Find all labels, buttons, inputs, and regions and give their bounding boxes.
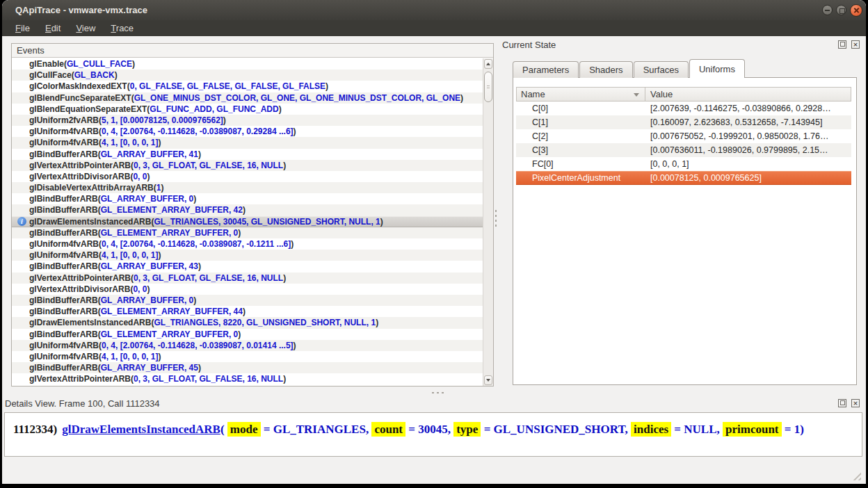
event-arguments: GL_ARRAY_BUFFER, 41: [101, 149, 198, 159]
event-arguments: 0, 3, GL_FLOAT, GL_FALSE, 16, NULL: [134, 161, 283, 170]
tab-shaders[interactable]: Shaders: [579, 61, 632, 78]
resize-grip-icon[interactable]: [851, 470, 861, 480]
event-row[interactable]: glCullFace(GL_BACK): [12, 70, 483, 81]
scroll-up-button[interactable]: [484, 59, 492, 69]
menu-item-trace[interactable]: Trace: [103, 20, 141, 36]
event-row[interactable]: glBindBufferARB(GL_ARRAY_BUFFER, 0): [12, 295, 483, 306]
event-arguments: GL_TRIANGLES, 8220, GL_UNSIGNED_SHORT, N…: [154, 318, 376, 327]
event-function: glBindBufferARB: [29, 149, 98, 159]
uniform-row[interactable]: PixelCenterAdjustment[0.00078125, 0.0009…: [516, 171, 851, 185]
event-row[interactable]: glUniform4fvARB(0, 4, [2.00764, -0.11462…: [12, 238, 483, 250]
close-dock-icon[interactable]: [851, 40, 860, 49]
event-row[interactable]: glVertexAttribPointerARB(0, 3, GL_FLOAT,…: [12, 273, 483, 284]
call-function-link[interactable]: glDrawElementsInstancedARB: [62, 423, 220, 436]
event-row[interactable]: glEnable(GL_CULL_FACE): [12, 58, 483, 70]
event-arguments: GL_ARRAY_BUFFER, 0: [101, 295, 194, 305]
close-paren: ): [243, 307, 246, 316]
event-row[interactable]: glBindBufferARB(GL_ARRAY_BUFFER, 43): [12, 261, 483, 272]
event-row[interactable]: glBindBufferARB(GL_ARRAY_BUFFER, 45): [12, 362, 483, 373]
float-dock-icon[interactable]: [838, 40, 846, 49]
titlebar[interactable]: QApiTrace - vmware-vmx.trace: [2, 0, 866, 20]
tab-uniforms[interactable]: Uniforms: [689, 59, 745, 78]
uniform-row[interactable]: C[1][0.160097, 2.623683, 0.5312658, -7.1…: [516, 115, 851, 129]
event-arguments: 0, 4, [2.00764, -0.114628, -0.0389087, -…: [102, 239, 291, 249]
event-function: glUniform2fvARB: [29, 115, 99, 125]
event-row[interactable]: glBindBufferARB(GL_ARRAY_BUFFER, 0): [12, 193, 483, 204]
event-row[interactable]: glBindBufferARB(GL_ELEMENT_ARRAY_BUFFER,…: [12, 227, 483, 238]
close-paren: ): [283, 374, 286, 384]
event-row[interactable]: glBindBufferARB(GL_ELEMENT_ARRAY_BUFFER,…: [12, 329, 483, 340]
event-row[interactable]: glDrawElementsInstancedARB(GL_TRIANGLES,…: [12, 317, 483, 328]
param-value-type: GL_UNSIGNED_SHORT,: [494, 423, 631, 436]
event-row[interactable]: glBlendFuncSeparateEXT(GL_ONE_MINUS_DST_…: [12, 92, 483, 104]
close-paren: ): [243, 205, 246, 215]
menu-item-view[interactable]: View: [68, 20, 103, 36]
event-row[interactable]: glVertexAttribPointerARB(0, 3, GL_FLOAT,…: [12, 160, 483, 171]
event-function: glCullFace: [29, 70, 72, 80]
event-arguments: GL_ELEMENT_ARRAY_BUFFER, 44: [101, 307, 243, 316]
menu-item-edit[interactable]: Edit: [38, 20, 68, 36]
event-row[interactable]: glUniform4fvARB(4, 1, [0, 0, 0, 1]): [12, 137, 483, 148]
scrollbar-thumb[interactable]: [484, 72, 492, 102]
event-row[interactable]: glDisableVertexAttribArrayARB(1): [12, 182, 483, 193]
event-row[interactable]: glBlendEquationSeparateEXT(GL_FUNC_ADD, …: [12, 104, 483, 115]
vertical-splitter[interactable]: [495, 209, 497, 227]
close-paren: ): [193, 295, 196, 305]
maximize-button[interactable]: [836, 5, 846, 15]
event-row[interactable]: glUniform4fvARB(0, 4, [2.00764, -0.11462…: [12, 126, 483, 137]
close-paren: ): [294, 127, 296, 136]
event-row[interactable]: glUniform4fvARB(4, 1, [0, 0, 0, 1]): [12, 351, 483, 362]
close-paren: ): [800, 423, 804, 436]
event-row[interactable]: glBindBufferARB(GL_ELEMENT_ARRAY_BUFFER,…: [12, 306, 483, 317]
tab-parameters[interactable]: Parameters: [513, 61, 579, 78]
event-row[interactable]: glBindBufferARB(GL_ARRAY_BUFFER, 41): [12, 149, 483, 160]
uniform-row[interactable]: FC[0][0, 0, 0, 1]: [516, 157, 851, 171]
event-row[interactable]: glVertexAttribDivisorARB(0, 0): [12, 171, 483, 182]
event-row[interactable]: glColorMaskIndexedEXT(0, GL_FALSE, GL_FA…: [12, 81, 483, 92]
event-function: glUniform4fvARB: [29, 352, 99, 361]
event-function: glBlendFuncSeparateEXT: [29, 93, 131, 103]
uniform-row[interactable]: C[3][0.007636011, -0.1989026, 0.9799895,…: [516, 143, 851, 157]
event-arguments: GL_ARRAY_BUFFER, 43: [101, 261, 198, 271]
close-button[interactable]: [850, 4, 862, 17]
event-arguments: GL_ONE_MINUS_DST_COLOR, GL_ONE, GL_ONE_M…: [134, 93, 460, 103]
event-arguments: 0, 0: [133, 284, 147, 294]
menu-item-file[interactable]: File: [8, 20, 38, 36]
current-state-dock-buttons: [838, 40, 860, 49]
float-dock-icon[interactable]: [838, 399, 846, 407]
events-list[interactable]: glEnable(GL_CULL_FACE)glCullFace(GL_BACK…: [12, 58, 483, 386]
horizontal-splitter[interactable]: [431, 391, 446, 394]
uniform-row[interactable]: C[0][2.007639, -0.1146275, -0.03890866, …: [516, 101, 851, 115]
event-arguments: GL_ELEMENT_ARRAY_BUFFER, 0: [101, 330, 239, 339]
event-row[interactable]: glUniform4fvARB(4, 1, [0, 0, 0, 1]): [12, 250, 483, 261]
close-dock-icon[interactable]: [851, 399, 860, 407]
event-row[interactable]: glVertexAttribDivisorARB(0, 0): [12, 284, 483, 295]
details-dock-buttons: [838, 399, 860, 407]
close-paren: ): [198, 261, 201, 271]
minimize-button[interactable]: [822, 5, 833, 15]
event-row[interactable]: glUniform4fvARB(0, 4, [2.00764, -0.11462…: [12, 340, 483, 351]
event-arguments: 5, 1, [0.00078125, 0.000976562]: [102, 115, 223, 125]
close-paren: ): [223, 115, 226, 125]
event-arguments: 4, 1, [0, 0, 0, 1]: [102, 138, 158, 147]
uniform-name: C[0]: [516, 101, 645, 115]
tab-surfaces[interactable]: Surfaces: [634, 61, 689, 78]
uniform-name: C[1]: [516, 115, 645, 129]
uniforms-tab-panel: Name Value C[0][2.007639, -0.1146275, -0…: [513, 77, 857, 385]
event-row[interactable]: glBindBufferARB(GL_ELEMENT_ARRAY_BUFFER,…: [12, 204, 483, 215]
column-header-value[interactable]: Value: [645, 88, 851, 101]
equals-sign: =: [671, 423, 684, 436]
events-panel: Events glEnable(GL_CULL_FACE)glCullFace(…: [11, 43, 494, 387]
column-header-name[interactable]: Name: [517, 88, 645, 101]
details-view: 1112334)glDrawElementsInstancedARB( mode…: [4, 412, 862, 457]
event-row[interactable]: iglDrawElementsInstancedARB(GL_TRIANGLES…: [12, 216, 483, 227]
close-paren: ): [147, 284, 150, 294]
close-paren: ): [158, 352, 161, 361]
uniform-row[interactable]: C[2][0.007675052, -0.1999201, 0.9850028,…: [516, 129, 851, 143]
events-panel-title: Events: [12, 44, 493, 58]
event-row[interactable]: glVertexAttribPointerARB(0, 3, GL_FLOAT,…: [12, 373, 483, 384]
event-row[interactable]: glUniform2fvARB(5, 1, [0.00078125, 0.000…: [12, 115, 483, 126]
close-paren: ): [198, 363, 201, 373]
scroll-down-button[interactable]: [484, 375, 492, 385]
events-scrollbar[interactable]: [483, 58, 493, 386]
